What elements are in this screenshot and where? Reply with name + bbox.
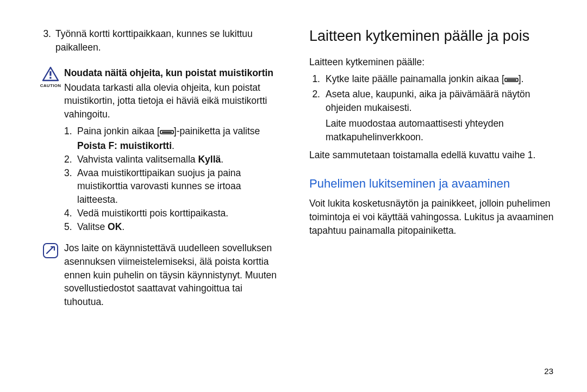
note-text: Jos laite on käynnistettävä uudelleen so… [64,241,283,309]
svg-rect-6 [507,79,516,80]
caution-icon: CAUTION [37,66,64,234]
list-item: 2. Aseta alue, kaupunki, aika ja päivämä… [309,88,555,115]
intro-text: Laitteen kytkeminen päälle: [309,55,555,69]
list-item: 5. Valitse OK. [64,220,283,234]
paragraph: Laite sammutetaan toistamalla edellä kuv… [309,148,555,162]
page-columns: 3. Työnnä kortti korttipaikkaan, kunnes … [37,27,555,309]
list-text: Avaa muistikorttipaikan suojus ja paina … [77,166,283,207]
list-number: 2. [309,88,326,115]
svg-rect-3 [162,132,172,133]
list-number: 3. [37,27,55,54]
list-text: Valitse OK. [77,220,283,234]
note-block: Jos laite on käynnistettävä uudelleen so… [37,241,283,309]
list-number: 2. [64,153,77,166]
list-subtext: Laite muodostaa automaattisesti yhteyden… [326,117,555,144]
caution-label: CAUTION [37,83,64,89]
left-column: 3. Työnnä kortti korttipaikkaan, kunnes … [37,27,283,309]
section-heading: Laitteen kytkeminen päälle ja pois [309,27,555,46]
list-number: 1. [64,125,77,153]
list-number: 5. [64,220,77,234]
list-item: 2. Vahvista valinta valitsemalla Kyllä. [64,153,283,166]
svg-rect-0 [49,71,51,76]
power-button-glyph [504,73,519,87]
svg-rect-4 [43,244,58,258]
svg-rect-1 [49,77,51,78]
caution-content: Noudata näitä ohjeita, kun poistat muist… [64,66,283,234]
list-number: 3. [64,166,77,207]
caution-intro: Noudata tarkasti alla olevia ohjeita, ku… [64,81,283,122]
list-item: 3. Avaa muistikorttipaikan suojus ja pai… [64,166,283,207]
list-item: 1. Kytke laite päälle painamalla jonkin … [309,72,555,87]
list-item: 1. Paina jonkin aikaa []-painiketta ja v… [64,125,283,153]
list-text: Työnnä kortti korttipaikkaan, kunnes se … [55,27,283,54]
power-button-glyph [160,126,174,139]
list-text: Vahvista valinta valitsemalla Kyllä. [77,153,283,166]
note-icon [37,241,64,309]
page-number: 23 [544,366,553,376]
subsection-heading: Puhelimen lukitseminen ja avaaminen [309,176,555,191]
caution-title: Noudata näitä ohjeita, kun poistat muist… [64,66,283,80]
list-text: Kytke laite päälle painamalla jonkin aik… [326,72,555,87]
list-number: 4. [64,207,77,220]
list-item: 4. Vedä muistikortti pois korttipaikasta… [64,207,283,220]
paragraph: Voit lukita kosketusnäytön ja painikkeet… [309,197,555,238]
right-column: Laitteen kytkeminen päälle ja pois Laitt… [309,27,555,309]
list-number: 1. [309,72,326,87]
list-text: Aseta alue, kaupunki, aika ja päivämäärä… [326,88,555,115]
list-text: Paina jonkin aikaa []-painiketta ja vali… [77,125,283,153]
list-item: 3. Työnnä kortti korttipaikkaan, kunnes … [37,27,283,54]
caution-block: CAUTION Noudata näitä ohjeita, kun poist… [37,66,283,234]
list-text: Vedä muistikortti pois korttipaikasta. [77,207,283,220]
